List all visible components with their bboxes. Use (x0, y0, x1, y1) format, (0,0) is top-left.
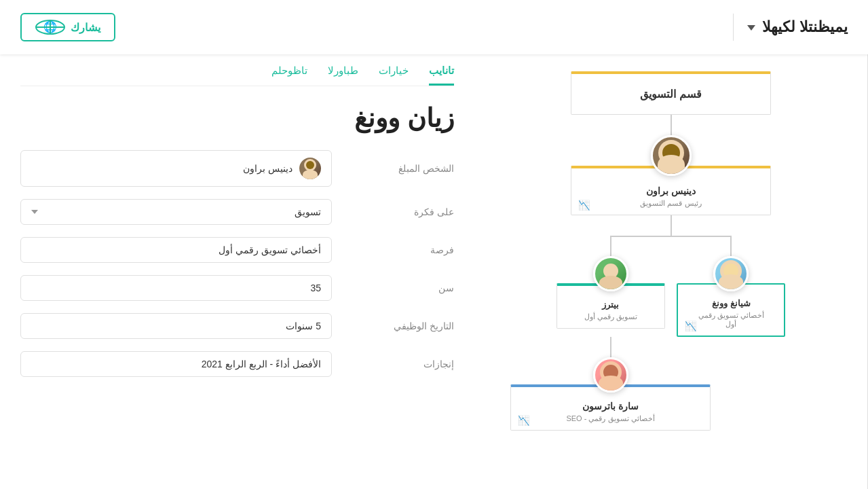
tab-bar: تانايب خيارات طباورلا تاظوحلم (20, 54, 454, 86)
achievements-value[interactable]: الأفضل أداءً - الربع الرابع 2021 (20, 351, 332, 377)
peters-avatar (593, 256, 628, 291)
reporter-label: الشخص المبلغ (345, 163, 454, 174)
person-detail-name: زيان وونغ (20, 103, 454, 133)
org-chart-panel: قسم التسويق دينيس براون رئيس قسم التسويق (474, 54, 868, 489)
age-value[interactable]: 35 (20, 275, 332, 301)
idea-label: على فكرة (345, 206, 454, 217)
shiang-db-icon: 📉 (685, 321, 696, 331)
tab-tablora[interactable]: طباورلا (328, 65, 358, 86)
shiang-title: أخصائي تسويق رقمي أول (692, 311, 770, 329)
field-idea: على فكرة تسويق (20, 199, 454, 225)
chevron-down-icon[interactable] (747, 25, 755, 31)
department-box: قسم التسويق (571, 71, 771, 115)
shiang-name: شيانغ وونغ (692, 298, 770, 308)
connector-v1 (671, 115, 672, 135)
sara-name: سارة باترسون (525, 401, 696, 412)
sara-db-icon: 📉 (518, 415, 529, 426)
connector-peters-v (610, 236, 611, 256)
age-text: 35 (310, 283, 321, 293)
child-shiang: شيانغ وونغ أخصائي تسويق رقمي أول 📉 (671, 236, 792, 337)
opportunity-value[interactable]: أخصائي تسويق رقمي أول (20, 237, 332, 263)
tab-tanayeb[interactable]: تانايب (429, 65, 454, 86)
field-achievements: إنجازات الأفضل أداءً - الربع الرابع 2021 (20, 351, 454, 377)
child-peters: بيترز تسويق رقمي أول (550, 236, 671, 337)
peters-name: بيترز (571, 300, 651, 310)
sara-title: أخصائي تسويق رقمي - SEO (525, 414, 696, 423)
separator (733, 14, 734, 41)
children-row: شيانغ وونغ أخصائي تسويق رقمي أول 📉 (550, 236, 791, 337)
shiang-avatar (713, 256, 749, 291)
app-title: يميظنتلا لكيهلا (762, 18, 848, 36)
detail-panel: تانايب خيارات طباورلا تاظوحلم زيان وونغ … (0, 54, 474, 489)
achievements-label: إنجازات (345, 359, 454, 369)
sara-section: سارة باترسون أخصائي تسويق رقمي - SEO 📉 (510, 357, 711, 431)
connector-sara-v (610, 337, 611, 357)
department-label: قسم التسويق (640, 88, 701, 100)
opportunity-label: فرصة (345, 244, 454, 255)
field-opportunity: فرصة أخصائي تسويق رقمي أول (20, 237, 454, 263)
idea-text: تسويق (295, 206, 321, 217)
top-bar: يميظنتلا لكيهلا يشارك 🌐 (0, 0, 868, 54)
tab-khayarat[interactable]: خيارات (379, 65, 409, 86)
manager-avatar (651, 135, 692, 176)
share-label: يشارك (71, 21, 100, 34)
field-history: التاريخ الوظيفي 5 سنوات (20, 313, 454, 339)
opportunity-text: أخصائي تسويق رقمي أول (219, 244, 321, 255)
reporter-value[interactable]: دينيس براون (20, 150, 332, 187)
history-label: التاريخ الوظيفي (345, 321, 454, 331)
manager-title: رئيس قسم التسويق (585, 199, 757, 208)
top-bar-left: يميظنتلا لكيهلا (726, 14, 848, 41)
age-label: سن (345, 283, 454, 293)
idea-value[interactable]: تسويق (20, 199, 332, 225)
history-text: 5 سنوات (286, 321, 321, 331)
h-connector (610, 236, 732, 237)
sara-avatar (593, 357, 628, 393)
peters-title: تسويق رقمي أول (571, 312, 651, 321)
globe-icon: 🌐 (35, 20, 65, 35)
connector-shiang-v (730, 236, 732, 256)
reporter-avatar-small (299, 158, 321, 179)
manager-name: دينيس براون (585, 185, 757, 196)
connector-v2 (671, 215, 672, 236)
field-reporter: الشخص المبلغ دينيس براون (20, 150, 454, 187)
field-age: سن 35 (20, 275, 454, 301)
tab-tazwhelm[interactable]: تاظوحلم (271, 65, 307, 86)
idea-dropdown-arrow (31, 210, 38, 214)
achievements-text: الأفضل أداءً - الربع الرابع 2021 (202, 359, 321, 369)
database-icon: 📉 (578, 200, 590, 211)
main-layout: قسم التسويق دينيس براون رئيس قسم التسويق (0, 54, 868, 489)
reporter-name-text: دينيس براون (243, 163, 293, 174)
org-chart: قسم التسويق دينيس براون رئيس قسم التسويق (474, 54, 867, 441)
share-button[interactable]: يشارك 🌐 (20, 13, 115, 41)
history-value[interactable]: 5 سنوات (20, 313, 332, 339)
